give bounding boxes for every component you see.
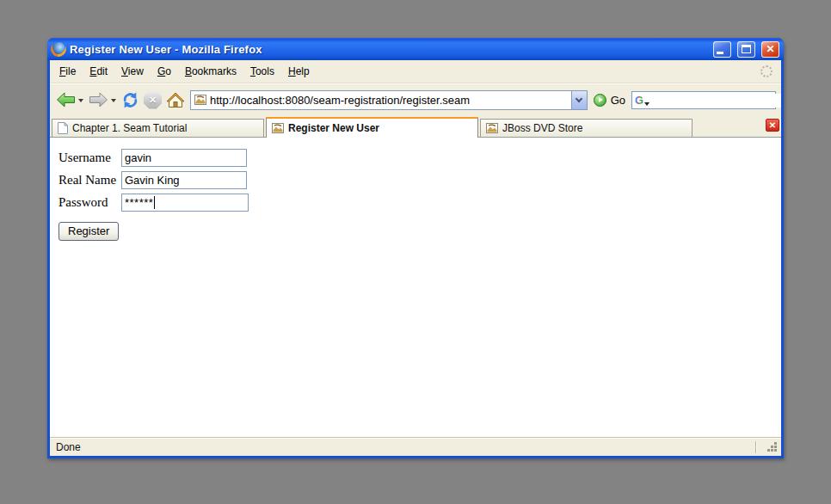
menu-bar: File Edit View Go Bookmarks Tools Help — [50, 60, 781, 83]
minimize-button[interactable] — [713, 41, 731, 58]
status-separator — [755, 441, 757, 453]
password-label: Password — [58, 195, 121, 210]
reload-button[interactable] — [120, 89, 140, 111]
menu-bookmarks[interactable]: Bookmarks — [178, 62, 243, 81]
username-label: Username — [58, 151, 121, 165]
go-label: Go — [611, 94, 625, 107]
status-bar: Done — [50, 437, 781, 456]
menu-help[interactable]: Help — [281, 62, 317, 81]
menu-go[interactable]: Go — [151, 62, 178, 81]
page-content: Username Real Name Password Register — [50, 138, 781, 437]
url-bar — [190, 90, 588, 110]
close-icon: ✕ — [762, 42, 779, 57]
back-button[interactable] — [55, 90, 77, 109]
close-button[interactable]: ✕ — [761, 41, 779, 58]
realname-label: Real Name — [58, 173, 121, 187]
register-button[interactable]: Register — [58, 222, 119, 241]
firefox-icon — [52, 42, 65, 56]
throbber-icon — [760, 65, 773, 77]
forward-dropdown[interactable] — [111, 99, 116, 102]
reload-icon — [121, 91, 139, 109]
firefox-window: Register New User - Mozilla Firefox ✕ Fi… — [47, 38, 784, 458]
home-button[interactable] — [165, 90, 186, 110]
tab-label: Chapter 1. Seam Tutorial — [72, 122, 187, 134]
url-dropdown-button[interactable] — [571, 91, 587, 109]
password-input[interactable] — [121, 194, 249, 212]
realname-row: Real Name — [58, 171, 781, 189]
password-row: Password — [58, 194, 781, 212]
seam-favicon — [272, 123, 284, 133]
window-title: Register New User - Mozilla Firefox — [70, 43, 707, 56]
realname-input[interactable] — [121, 171, 247, 189]
search-box: G — [631, 91, 776, 109]
resize-grip[interactable] — [767, 442, 778, 452]
search-input[interactable] — [651, 94, 781, 108]
menu-view[interactable]: View — [114, 62, 151, 81]
menu-edit[interactable]: Edit — [83, 62, 114, 81]
menu-tools[interactable]: Tools — [243, 62, 281, 81]
tab-seam-tutorial[interactable]: Chapter 1. Seam Tutorial — [52, 119, 264, 137]
back-arrow-icon — [56, 92, 76, 108]
text-caret — [154, 196, 155, 209]
forward-button[interactable] — [88, 90, 109, 109]
tab-bar: Chapter 1. Seam Tutorial Register New Us… — [50, 115, 781, 138]
tab-register-new-user[interactable]: Register New User — [266, 117, 478, 138]
chevron-down-icon — [576, 95, 582, 101]
google-icon[interactable]: G — [635, 93, 643, 108]
title-bar[interactable]: Register New User - Mozilla Firefox ✕ — [47, 38, 784, 60]
username-input[interactable] — [121, 149, 247, 167]
search-engine-dropdown[interactable] — [644, 102, 649, 106]
stop-button[interactable]: ✕ — [144, 91, 162, 109]
seam-favicon — [486, 123, 498, 133]
page-favicon — [194, 95, 206, 105]
home-icon — [166, 92, 185, 108]
stop-icon: ✕ — [144, 91, 162, 109]
go-icon — [594, 94, 606, 107]
navigation-toolbar: ✕ Go — [50, 83, 781, 115]
status-text: Done — [56, 441, 81, 453]
url-input[interactable] — [206, 94, 571, 107]
forward-arrow-icon — [89, 92, 108, 108]
maximize-button[interactable] — [737, 41, 755, 58]
tab-jboss-dvd-store[interactable]: JBoss DVD Store — [480, 119, 692, 137]
minimize-icon — [717, 52, 723, 54]
tab-label: Register New User — [288, 122, 379, 134]
maximize-icon — [742, 45, 751, 53]
menu-file[interactable]: File — [52, 62, 83, 81]
close-tab-button[interactable]: ✕ — [766, 119, 779, 132]
username-row: Username — [58, 149, 781, 167]
blank-page-icon — [58, 122, 68, 134]
back-dropdown[interactable] — [78, 99, 83, 102]
go-button[interactable]: Go — [594, 94, 625, 107]
window-body: File Edit View Go Bookmarks Tools Help — [50, 60, 781, 456]
tab-label: JBoss DVD Store — [502, 122, 582, 134]
